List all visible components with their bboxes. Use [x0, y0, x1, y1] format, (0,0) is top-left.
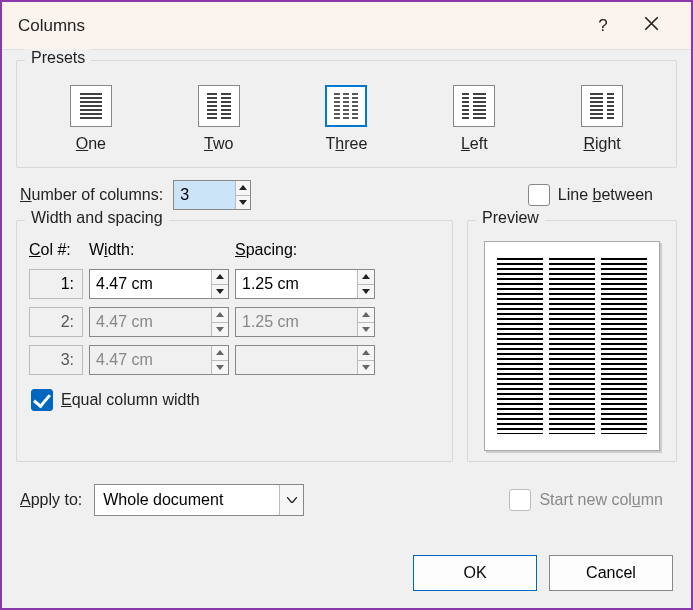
equal-width-checkbox[interactable] [31, 389, 53, 411]
width-2-input [90, 308, 211, 336]
spacing-1-spinner[interactable] [235, 269, 375, 299]
equal-width-row: Equal column width [27, 379, 442, 415]
spacing-2-spinner [235, 307, 375, 337]
width-2-down[interactable] [212, 323, 228, 337]
spacing-3-input [236, 346, 357, 374]
chevron-down-icon [287, 497, 297, 503]
dialog-content: Presets One Two [2, 50, 691, 552]
apply-to-combo[interactable]: Whole document [94, 484, 304, 516]
spacing-2-up[interactable] [358, 308, 374, 323]
num-columns-spin-buttons [235, 181, 250, 209]
presets-row: One Two Three [27, 75, 666, 157]
width-1-down[interactable] [212, 285, 228, 299]
presets-group: Presets One Two [16, 60, 677, 168]
preset-one-label: One [76, 135, 106, 153]
preview-legend: Preview [476, 209, 545, 227]
header-width: Width: [89, 241, 229, 259]
ws-row-2: 2: [27, 303, 442, 341]
spacing-2-input [236, 308, 357, 336]
apply-to-dropdown-button[interactable] [279, 485, 303, 515]
num-columns-label: Number of columns: [20, 186, 163, 204]
preset-right-label: Right [583, 135, 620, 153]
close-button[interactable] [627, 16, 675, 35]
num-columns-down[interactable] [236, 196, 250, 210]
two-panels: Width and spacing Col #: Width: Spacing:… [16, 220, 677, 470]
num-columns-up[interactable] [236, 181, 250, 196]
dialog-title: Columns [18, 16, 579, 36]
preview-group: Preview [467, 220, 677, 462]
colnum-2: 2: [29, 307, 83, 337]
spacing-2-down[interactable] [358, 323, 374, 337]
apply-to-value: Whole document [95, 485, 279, 515]
line-between-label: Line between [558, 186, 653, 204]
footer: OK Cancel [2, 552, 691, 608]
close-icon [644, 16, 659, 31]
preset-three-icon [325, 85, 367, 127]
help-button[interactable]: ? [579, 16, 627, 36]
spacing-3-spinner [235, 345, 375, 375]
width-3-input [90, 346, 211, 374]
width-2-spinner [89, 307, 229, 337]
preset-one-icon [70, 85, 112, 127]
width-2-up[interactable] [212, 308, 228, 323]
preview-box [484, 241, 660, 451]
preset-two-label: Two [204, 135, 233, 153]
line-between-checkbox[interactable] [528, 184, 550, 206]
preset-left[interactable]: Left [453, 85, 495, 153]
preset-left-icon [453, 85, 495, 127]
width-1-input[interactable] [90, 270, 211, 298]
preview-col-1 [497, 258, 543, 434]
colnum-1: 1: [29, 269, 83, 299]
preset-three-label: Three [326, 135, 368, 153]
preset-two[interactable]: Two [198, 85, 240, 153]
width-1-spinner[interactable] [89, 269, 229, 299]
ws-row-3: 3: [27, 341, 442, 379]
spacing-1-input[interactable] [236, 270, 357, 298]
preset-one[interactable]: One [70, 85, 112, 153]
spacing-1-up[interactable] [358, 270, 374, 285]
preview-col-3 [601, 258, 647, 434]
start-new-column-checkbox [509, 489, 531, 511]
spacing-3-down[interactable] [358, 361, 374, 375]
preset-two-icon [198, 85, 240, 127]
start-new-column-label: Start new column [539, 491, 663, 509]
width-3-up[interactable] [212, 346, 228, 361]
colnum-3: 3: [29, 345, 83, 375]
ws-row-1: 1: [27, 265, 442, 303]
ok-button[interactable]: OK [413, 555, 537, 591]
preset-right[interactable]: Right [581, 85, 623, 153]
preset-left-label: Left [461, 135, 488, 153]
preview-col-2 [549, 258, 595, 434]
columns-dialog: Columns ? Presets One Two [0, 0, 693, 610]
cancel-button[interactable]: Cancel [549, 555, 673, 591]
width-1-up[interactable] [212, 270, 228, 285]
spacing-3-up[interactable] [358, 346, 374, 361]
apply-to-label: Apply to: [20, 491, 82, 509]
num-columns-spinner[interactable] [173, 180, 251, 210]
width-3-spinner [89, 345, 229, 375]
spacing-1-down[interactable] [358, 285, 374, 299]
ws-header: Col #: Width: Spacing: [27, 235, 442, 265]
header-spacing: Spacing: [235, 241, 375, 259]
width-3-down[interactable] [212, 361, 228, 375]
header-col: Col #: [29, 241, 83, 259]
apply-row: Apply to: Whole document Start new colum… [16, 470, 677, 530]
width-spacing-group: Width and spacing Col #: Width: Spacing:… [16, 220, 453, 462]
width-spacing-legend: Width and spacing [25, 209, 169, 227]
num-columns-input[interactable] [174, 181, 235, 209]
preset-right-icon [581, 85, 623, 127]
presets-legend: Presets [25, 49, 91, 67]
equal-width-label: Equal column width [61, 391, 200, 409]
preset-three[interactable]: Three [325, 85, 367, 153]
titlebar: Columns ? [2, 2, 691, 50]
